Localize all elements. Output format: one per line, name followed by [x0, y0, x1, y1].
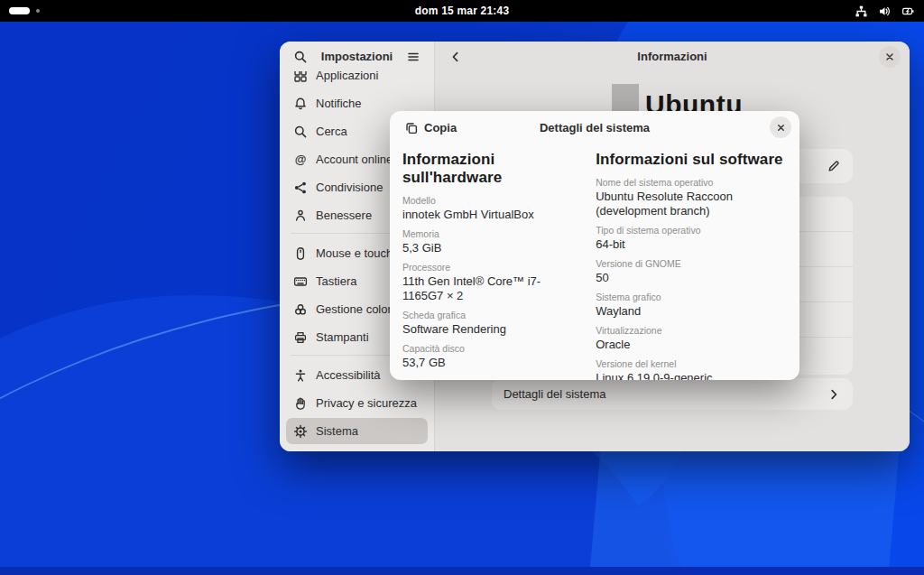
search-icon	[293, 50, 308, 64]
sidebar-search-button[interactable]	[291, 48, 310, 66]
bell-icon	[293, 97, 308, 111]
clock[interactable]: dom 15 mar 21:43	[415, 5, 510, 17]
sidebar-item-label: Condivisione	[316, 181, 383, 194]
field-memoria: Memoria 5,3 GiB	[402, 228, 576, 255]
dialog-body: Informazioni sull'hardware Modello innot…	[390, 144, 799, 380]
workspace-dot	[36, 9, 40, 13]
pencil-icon	[827, 159, 841, 173]
mouse-icon	[293, 246, 308, 261]
sidebar-item-label: Cerca	[316, 125, 347, 138]
sidebar-item-label: Gestione colori	[316, 302, 394, 316]
field-virtualizzazione: Virtualizzazione Oracle	[596, 325, 787, 352]
wallpaper-bottom-strip	[0, 567, 924, 575]
gear-icon	[293, 424, 308, 439]
privacy-hand-icon	[293, 396, 308, 411]
volume-icon	[878, 5, 892, 18]
hamburger-menu-icon	[406, 50, 420, 64]
chevron-right-icon	[827, 387, 841, 402]
dialog-header: Copia Dettagli del sistema	[390, 111, 799, 144]
software-section-title: Informazioni sul software	[596, 151, 787, 169]
copy-button-label: Copia	[424, 121, 457, 134]
sidebar-item-label: Notifiche	[316, 97, 362, 110]
sidebar-item-label: Account online	[316, 153, 393, 166]
workspace-indicator[interactable]	[9, 7, 40, 14]
field-tipo-sistema-operativo: Tipo di sistema operativo 64-bit	[596, 225, 787, 252]
sidebar-item-label: Privacy e sicurezza	[316, 396, 417, 410]
page-title: Informazioni	[637, 50, 707, 63]
copy-icon	[404, 121, 419, 134]
accessibility-icon	[293, 368, 308, 383]
ubuntu-logo-placeholder	[612, 84, 639, 111]
dialog-title: Dettagli del sistema	[540, 121, 650, 134]
sidebar-item-label: Benessere	[316, 209, 372, 222]
field-nome-sistema-operativo: Nome del sistema operativo Ubuntu Resolu…	[596, 177, 787, 218]
field-versione-gnome: Versione di GNOME 50	[596, 258, 787, 285]
main-menu-button[interactable]	[404, 48, 422, 66]
field-processore: Processore 11th Gen Intel® Core™ i7-1165…	[402, 262, 576, 303]
sidebar-item-applicazioni[interactable]: Applicazioni	[286, 71, 428, 88]
about-page-header: Informazioni	[435, 42, 910, 71]
system-status-area[interactable]	[855, 5, 915, 18]
keyboard-icon	[293, 274, 308, 289]
window-close-button[interactable]	[879, 46, 901, 68]
hardware-info-section: Informazioni sull'hardware Modello innot…	[402, 145, 576, 380]
printer-icon	[293, 330, 308, 345]
search-icon	[293, 125, 308, 139]
workspace-pill-active	[9, 7, 30, 14]
wellbeing-icon	[293, 209, 308, 223]
field-modello: Modello innotek GmbH VirtualBox	[402, 195, 576, 222]
close-icon	[776, 123, 786, 133]
share-icon	[293, 181, 308, 195]
system-details-row-label: Dettagli del sistema	[504, 387, 605, 401]
copy-button[interactable]: Copia	[398, 117, 463, 138]
field-sistema-grafico: Sistema grafico Wayland	[596, 292, 787, 319]
sidebar-item-privacy-e-sicurezza[interactable]: Privacy e sicurezza	[286, 390, 428, 416]
color-icon	[293, 302, 308, 317]
sidebar-item-label: Tastiera	[316, 274, 357, 288]
battery-icon	[901, 5, 915, 18]
field-capacita-disco: Capacità disco 53,7 GB	[402, 343, 576, 370]
field-scheda-grafica: Scheda grafica Software Rendering	[402, 310, 576, 337]
chevron-left-icon	[448, 50, 463, 64]
network-icon	[855, 5, 868, 18]
sidebar-header: Impostazioni	[280, 42, 434, 71]
back-button[interactable]	[444, 45, 467, 69]
close-icon	[884, 51, 895, 62]
system-details-row[interactable]: Dettagli del sistema	[492, 378, 853, 410]
system-details-dialog: Copia Dettagli del sistema Informazioni …	[390, 111, 799, 380]
software-info-section: Informazioni sul software Nome del siste…	[596, 145, 787, 380]
sidebar-item-label: Sistema	[316, 424, 358, 438]
desktop-screen: dom 15 mar 21:43	[0, 0, 924, 575]
sidebar-item-label: Applicazioni	[316, 71, 378, 82]
edit-hostname-button[interactable]	[822, 154, 845, 178]
sidebar-item-label: Stampanti	[316, 330, 369, 344]
hardware-section-title: Informazioni sull'hardware	[402, 151, 576, 187]
sidebar-item-label: Accessibilità	[316, 368, 381, 382]
at-icon: @	[293, 153, 308, 166]
app-title: Impostazioni	[321, 50, 393, 63]
sidebar-item-sistema[interactable]: Sistema	[286, 418, 428, 444]
apps-icon	[293, 71, 308, 83]
field-versione-kernel: Versione del kernel Linux 6.19.0-9-gener…	[596, 358, 787, 380]
top-bar: dom 15 mar 21:43	[0, 0, 924, 22]
dialog-close-button[interactable]	[770, 116, 791, 138]
